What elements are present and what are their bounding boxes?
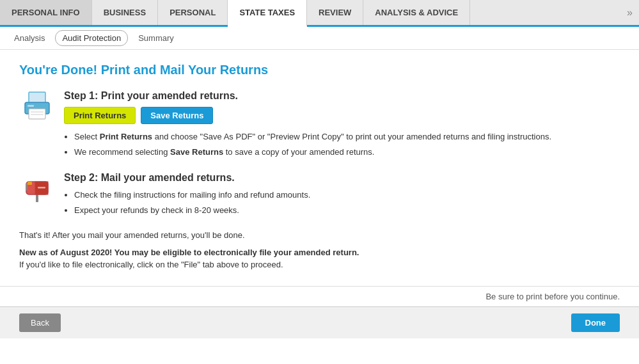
step1-section: Step 1: Print your amended returns. Prin…	[19, 90, 620, 161]
svg-rect-2	[28, 105, 34, 107]
nav-item-review[interactable]: REVIEW	[307, 0, 363, 25]
mailbox-icon	[19, 172, 55, 204]
svg-rect-11	[38, 187, 45, 189]
step1-content: Step 1: Print your amended returns. Prin…	[64, 90, 620, 161]
step2-bullet-2: Expect your refunds by check in 8-20 wee…	[74, 204, 620, 217]
page-title: You're Done! Print and Mail Your Returns	[19, 63, 620, 77]
nav-item-business[interactable]: BUSINESS	[92, 0, 158, 25]
sub-nav-audit-protection[interactable]: Audit Protection	[55, 30, 128, 46]
step1-bullet-list: Select Print Returns and choose "Save As…	[74, 131, 620, 158]
more-tabs-arrow[interactable]: »	[620, 0, 639, 25]
nav-item-analysis-advice[interactable]: ANALYSIS & ADVICE	[363, 0, 470, 25]
step2-heading: Step 2: Mail your amended returns.	[64, 172, 620, 184]
thats-it-text: That's it! After you mail your amended r…	[19, 230, 620, 240]
nav-item-personal-info[interactable]: PERSONAL INFO	[0, 0, 92, 25]
nav-item-state-taxes[interactable]: STATE TAXES	[228, 0, 307, 27]
step2-bullet-list: Check the filing instructions for mailin…	[74, 189, 620, 216]
step1-bullet-1: Select Print Returns and choose "Save As…	[74, 131, 620, 143]
svg-rect-9	[26, 183, 28, 191]
printer-icon	[19, 90, 55, 122]
main-content: You're Done! Print and Mail Your Returns…	[0, 50, 639, 276]
step1-heading: Step 1: Print your amended returns.	[64, 90, 620, 102]
back-button[interactable]: Back	[19, 313, 61, 332]
done-button[interactable]: Done	[571, 313, 620, 332]
new-info-sub-text: If you'd like to file electronically, cl…	[19, 260, 620, 269]
step2-bullet-1: Check the filing instructions for mailin…	[74, 189, 620, 202]
svg-rect-3	[29, 109, 45, 119]
save-returns-button[interactable]: Save Returns	[141, 107, 213, 124]
nav-item-personal[interactable]: PERSONAL	[158, 0, 228, 25]
step1-bullet-2: We recommend selecting Save Returns to s…	[74, 146, 620, 159]
svg-rect-10	[28, 182, 32, 185]
top-navigation: PERSONAL INFO BUSINESS PERSONAL STATE TA…	[0, 0, 639, 27]
sub-nav-analysis[interactable]: Analysis	[8, 31, 51, 45]
footer-buttons: Back Done	[0, 306, 639, 338]
step1-buttons: Print Returns Save Returns	[64, 107, 620, 124]
new-info-text: New as of August 2020! You may be eligib…	[19, 248, 620, 257]
new-info-bold: New as of August 2020! You may be eligib…	[19, 248, 359, 257]
sub-navigation: Analysis Audit Protection Summary	[0, 27, 639, 50]
footer-hint: Be sure to print before you continue.	[0, 286, 639, 306]
step2-content: Step 2: Mail your amended returns. Check…	[64, 172, 620, 219]
sub-nav-summary[interactable]: Summary	[132, 31, 180, 45]
print-returns-button[interactable]: Print Returns	[64, 107, 136, 124]
step2-section: Step 2: Mail your amended returns. Check…	[19, 172, 620, 219]
